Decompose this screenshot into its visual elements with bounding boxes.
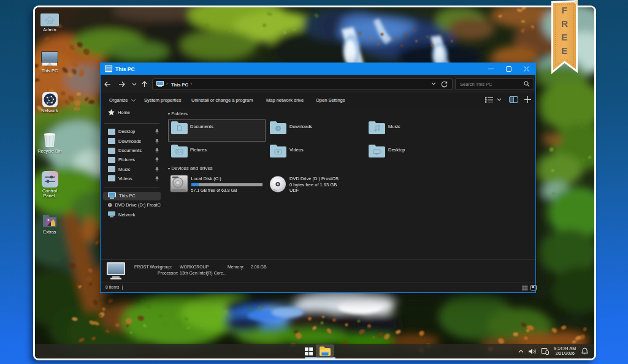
svg-text:R: R <box>561 18 568 29</box>
svg-text:E: E <box>561 32 567 42</box>
svg-text:E: E <box>561 45 567 56</box>
svg-text:F: F <box>562 5 567 15</box>
